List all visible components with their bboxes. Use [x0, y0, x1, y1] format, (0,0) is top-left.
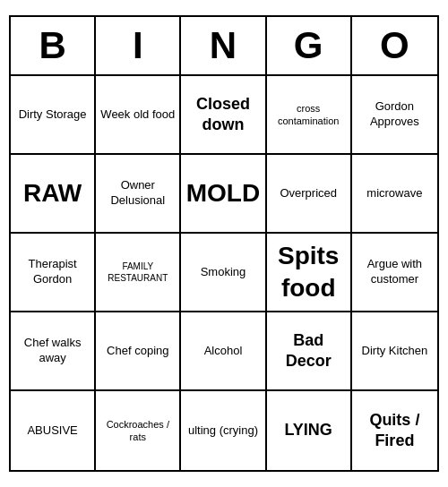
bingo-cell-7[interactable]: MOLD: [181, 155, 266, 234]
bingo-cell-8[interactable]: Overpriced: [267, 155, 352, 234]
bingo-letter-n: N: [181, 17, 266, 74]
bingo-letter-g: G: [267, 17, 352, 74]
bingo-cell-15[interactable]: Chef walks away: [11, 312, 96, 391]
bingo-cell-22[interactable]: ulting (crying): [181, 391, 266, 470]
bingo-cell-12[interactable]: Smoking: [181, 234, 266, 312]
bingo-cell-1[interactable]: Week old food: [96, 76, 181, 155]
bingo-letter-b: B: [11, 17, 96, 74]
bingo-cell-20[interactable]: ABUSIVE: [11, 391, 96, 470]
bingo-cell-16[interactable]: Chef coping: [96, 312, 181, 391]
bingo-header: BINGO: [11, 17, 437, 76]
bingo-cell-2[interactable]: Closed down: [181, 76, 266, 155]
bingo-letter-i: I: [96, 17, 181, 74]
bingo-cell-17[interactable]: Alcohol: [181, 312, 266, 391]
bingo-card: BINGO Dirty StorageWeek old foodClosed d…: [9, 15, 439, 472]
bingo-cell-11[interactable]: FAMILY RESTAURANT: [96, 234, 181, 312]
bingo-cell-6[interactable]: Owner Delusional: [96, 155, 181, 234]
bingo-cell-4[interactable]: Gordon Approves: [352, 76, 437, 155]
bingo-cell-14[interactable]: Argue with customer: [352, 234, 437, 312]
bingo-cell-23[interactable]: LYING: [267, 391, 352, 470]
bingo-cell-18[interactable]: Bad Decor: [267, 312, 352, 391]
bingo-cell-19[interactable]: Dirty Kitchen: [352, 312, 437, 391]
bingo-cell-24[interactable]: Quits / Fired: [352, 391, 437, 470]
bingo-cell-21[interactable]: Cockroaches / rats: [96, 391, 181, 470]
bingo-cell-5[interactable]: RAW: [11, 155, 96, 234]
bingo-cell-13[interactable]: Spits food: [267, 234, 352, 312]
bingo-letter-o: O: [352, 17, 437, 74]
bingo-grid: Dirty StorageWeek old foodClosed downcro…: [11, 76, 437, 470]
bingo-cell-0[interactable]: Dirty Storage: [11, 76, 96, 155]
bingo-cell-10[interactable]: Therapist Gordon: [11, 234, 96, 312]
bingo-cell-9[interactable]: microwave: [352, 155, 437, 234]
bingo-cell-3[interactable]: cross contamination: [267, 76, 352, 155]
